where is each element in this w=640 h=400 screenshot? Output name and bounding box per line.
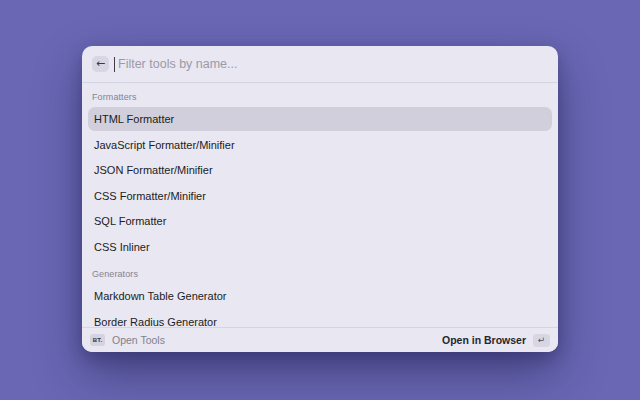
list-item[interactable]: Markdown Table Generator — [88, 284, 552, 308]
section-header: Formatters — [88, 83, 552, 107]
search-bar: ← — [82, 46, 558, 83]
desktop-background: ← FormattersHTML FormatterJavaScript For… — [0, 0, 640, 400]
tool-list: FormattersHTML FormatterJavaScript Forma… — [82, 83, 558, 327]
open-in-browser-action[interactable]: Open in Browser ↵ — [442, 334, 550, 347]
back-arrow-icon: ← — [96, 56, 105, 72]
back-button[interactable]: ← — [92, 56, 109, 72]
command-palette-window: ← FormattersHTML FormatterJavaScript For… — [82, 46, 558, 352]
footer-app-info: BT. Open Tools — [90, 334, 165, 346]
list-item[interactable]: SQL Formatter — [88, 209, 552, 233]
app-logo-icon: BT. — [90, 334, 105, 346]
list-item[interactable]: CSS Formatter/Minifier — [88, 184, 552, 208]
list-item[interactable]: Border Radius Generator — [88, 310, 552, 328]
list-item[interactable]: CSS Inliner — [88, 235, 552, 259]
section-header: Generators — [88, 260, 552, 284]
app-name-label: Open Tools — [112, 334, 165, 346]
list-item[interactable]: JSON Formatter/Minifier — [88, 158, 552, 182]
search-input[interactable] — [116, 56, 548, 72]
list-item[interactable]: HTML Formatter — [88, 107, 552, 131]
enter-key-icon: ↵ — [533, 334, 550, 347]
action-label: Open in Browser — [442, 334, 526, 346]
list-item[interactable]: JavaScript Formatter/Minifier — [88, 133, 552, 157]
footer-bar: BT. Open Tools Open in Browser ↵ — [82, 327, 558, 352]
text-caret — [114, 57, 115, 72]
